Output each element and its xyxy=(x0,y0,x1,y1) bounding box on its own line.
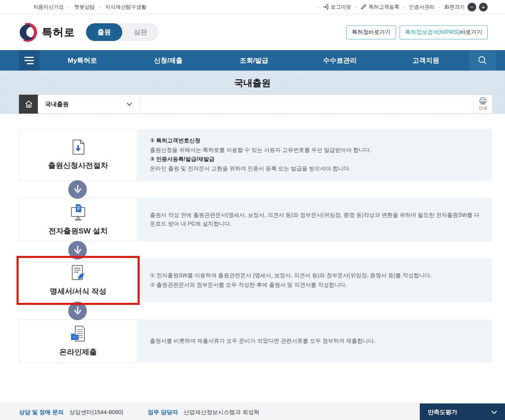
desc-line: ① 전자출원SW를 이용하여 출원관련문서 (명세서, 보정서, 의견서 등)와… xyxy=(150,271,481,280)
logout-label: 로그아웃 xyxy=(331,4,351,11)
patent-customer-registration-link[interactable]: 특허고객등록 xyxy=(351,4,399,11)
contact-value: 상담센터(1544-8080) xyxy=(69,409,123,416)
main-nav: My특허로 신청/제출 조회/발급 수수료관리 고객지원 xyxy=(0,50,505,71)
mode-tabs: 출원 심판 xyxy=(86,23,159,41)
plus-icon: + xyxy=(482,4,485,10)
home-button[interactable] xyxy=(19,95,38,114)
zoom-out-button[interactable]: − xyxy=(468,3,476,11)
step-box-spec-form-writing[interactable]: 명세서/서식 작성 xyxy=(19,259,137,302)
kipris-shortcut-button[interactable]: 특허정보검색(KIPRIS) 바로가기 xyxy=(400,25,488,39)
step-description: ① 전자출원SW를 이용하여 출원관련문서 (명세서, 보정서, 의견서 등)와… xyxy=(138,259,492,302)
print-button[interactable]: 인쇄 xyxy=(473,95,492,113)
footer: 상담 및 장애 문의 상담센터(1544-8080) 업무 담당자 산업재산정보… xyxy=(0,402,505,420)
flow-arrow xyxy=(19,302,492,319)
link-chatbot[interactable]: 챗봇상담 xyxy=(64,4,95,11)
satisfaction-survey-button[interactable]: 만족도평가 xyxy=(420,403,505,420)
screen-size-label: 화면크기 xyxy=(435,4,465,11)
cert-label: 인증서관리 xyxy=(409,4,435,11)
survey-label: 만족도평가 xyxy=(428,409,457,416)
desc-line: 온라인 출원 및 전자문서 교환을 위하여 인증서 등록 또는 발급을 받으셔야… xyxy=(150,164,481,173)
document-submit-icon xyxy=(69,325,87,342)
logo-text: 특허로 xyxy=(42,25,75,39)
breadcrumb: 국내출원 인쇄 xyxy=(19,95,492,114)
chevron-down-icon xyxy=(491,411,497,414)
chevron-down-icon xyxy=(127,103,132,106)
nav-item-support[interactable]: 고객지원 xyxy=(383,50,469,71)
pencil-icon xyxy=(361,4,367,10)
nav-item-inquiry-issue[interactable]: 조회/발급 xyxy=(211,50,297,71)
step-pre-application: 출원신청사전절차 ① 특허고객번호신청 출원신청을 위해서는 특허로를 이용할 … xyxy=(19,129,492,181)
step-spec-form-writing: 명세서/서식 작성 ① 전자출원SW를 이용하여 출원관련문서 (명세서, 보정… xyxy=(19,259,492,302)
breadcrumb-spacer xyxy=(140,95,473,113)
step-title: 온라인제출 xyxy=(60,347,97,357)
document-download-icon xyxy=(69,138,88,156)
logout-icon xyxy=(323,4,329,10)
desc-line: 출원서를 비롯하여 제출서류가 모두 준비가 되었다면 관련서류를 모두 첨부하… xyxy=(150,337,481,345)
quick-links: 특허청 바로가기 특허정보검색(KIPRIS) 바로가기 xyxy=(346,25,488,39)
home-icon xyxy=(24,99,34,109)
search-icon xyxy=(477,55,488,65)
nav-item-apply-submit[interactable]: 신청/제출 xyxy=(125,50,211,71)
step-title: 출원신청사전절차 xyxy=(48,161,108,171)
hamburger-icon xyxy=(24,57,34,58)
desc-line: 출원서 작성 전에 출원관련문서(명세서, 보정서, 의견서 등)와 첨부문서(… xyxy=(150,211,481,228)
step-box-online-submission[interactable]: 온라인제출 xyxy=(19,319,137,363)
desc-line: ② 출원관련문서와 첨부문서를 모두 작성한 후에 출원서 및 의견서를 작성합… xyxy=(150,281,481,289)
monitor-software-icon xyxy=(69,203,88,221)
logout-link[interactable]: 로그아웃 xyxy=(313,4,351,11)
step-title: 명세서/서식 작성 xyxy=(50,286,107,297)
step-description: 출원서를 비롯하여 제출서류가 모두 준비가 되었다면 관련서류를 모두 첨부하… xyxy=(138,319,492,363)
link-first-visit[interactable]: 처음이신가요 xyxy=(33,4,64,11)
certificate-management-link[interactable]: 인증서관리 xyxy=(399,4,434,11)
kipris-shortcut-suffix: 바로가기 xyxy=(460,29,482,36)
section-dropdown-value: 국내출원 xyxy=(45,101,69,108)
arrow-down-icon xyxy=(68,180,87,199)
tab-filing[interactable]: 출원 xyxy=(86,23,122,41)
kipris-shortcut-prefix: 특허정보검색(KIPRIS) xyxy=(405,29,460,36)
step-box-software-install[interactable]: 전자출원SW 설치 xyxy=(19,198,137,241)
minus-icon: − xyxy=(470,4,474,10)
nav-item-my[interactable]: My특허로 xyxy=(39,50,125,71)
desc-line: 출원신청을 위해서는 특허로를 이용할 수 있는 사용자 고유번호를 우선 발급… xyxy=(150,146,481,155)
link-ip-exploration[interactable]: 지식재산탐구생활 xyxy=(95,4,146,11)
manager-label: 업무 담당자 xyxy=(148,409,178,416)
step-description: 출원서 작성 전에 출원관련문서(명세서, 보정서, 의견서 등)와 첨부문서(… xyxy=(138,198,492,241)
manager-value: 산업재산정보시스템과 최성혁 xyxy=(183,409,260,416)
kipo-shortcut-suffix: 바로가기 xyxy=(368,29,391,36)
main-content: 출원신청사전절차 ① 특허고객번호신청 출원신청을 위해서는 특허로를 이용할 … xyxy=(0,114,505,363)
page-title: 국내출원 xyxy=(0,71,505,89)
desc-line: ② 인증서등록/발급/재발급 xyxy=(150,155,481,164)
print-label: 인쇄 xyxy=(479,105,487,111)
utility-links-right: 로그아웃 특허고객등록 인증서관리 화면크기 − + xyxy=(313,3,488,11)
nav-items: My특허로 신청/제출 조회/발급 수수료관리 고객지원 xyxy=(39,50,469,71)
step-description: ① 특허고객번호신청 출원신청을 위해서는 특허로를 이용할 수 있는 사용자 … xyxy=(138,129,492,181)
kipo-logo-icon xyxy=(17,22,38,43)
contact-label: 상담 및 장애 문의 xyxy=(19,409,64,416)
step-title: 전자출원SW 설치 xyxy=(49,226,108,236)
utility-bar: 처음이신가요 챗봇상담 지식재산탐구생활 로그아웃 특허고객등록 인증서관리 xyxy=(0,0,505,14)
arrow-down-icon xyxy=(68,302,87,320)
step-box-pre-application[interactable]: 출원신청사전절차 xyxy=(19,129,137,181)
search-button[interactable] xyxy=(469,50,496,71)
customer-reg-label: 특허고객등록 xyxy=(368,4,399,11)
menu-button[interactable] xyxy=(19,50,39,71)
printer-icon xyxy=(479,97,487,105)
kipo-shortcut-prefix: 특허청 xyxy=(352,29,368,36)
page-banner: 국내출원 국내출원 인쇄 xyxy=(0,71,505,114)
tab-trial[interactable]: 심판 xyxy=(122,23,159,41)
nav-item-fees[interactable]: 수수료관리 xyxy=(297,50,383,71)
header: 특허로 출원 심판 특허청 바로가기 특허정보검색(KIPRIS) 바로가기 xyxy=(0,14,505,50)
flow-arrow xyxy=(19,241,492,259)
desc-line: ① 특허고객번호신청 xyxy=(150,136,481,145)
step-software-install: 전자출원SW 설치 출원서 작성 전에 출원관련문서(명세서, 보정서, 의견서… xyxy=(19,198,492,241)
section-dropdown[interactable]: 국내출원 xyxy=(38,95,140,113)
logo[interactable]: 특허로 xyxy=(17,22,75,43)
arrow-down-icon xyxy=(68,241,87,259)
step-online-submission: 온라인제출 출원서를 비롯하여 제출서류가 모두 준비가 되었다면 관련서류를 … xyxy=(19,319,492,363)
kipo-shortcut-button[interactable]: 특허청 바로가기 xyxy=(346,25,396,39)
zoom-in-button[interactable]: + xyxy=(479,3,488,11)
page: 처음이신가요 챗봇상담 지식재산탐구생활 로그아웃 특허고객등록 인증서관리 xyxy=(0,0,505,420)
utility-links-left: 처음이신가요 챗봇상담 지식재산탐구생활 xyxy=(33,4,146,11)
flow-arrow xyxy=(19,181,492,198)
document-edit-icon xyxy=(69,264,87,282)
